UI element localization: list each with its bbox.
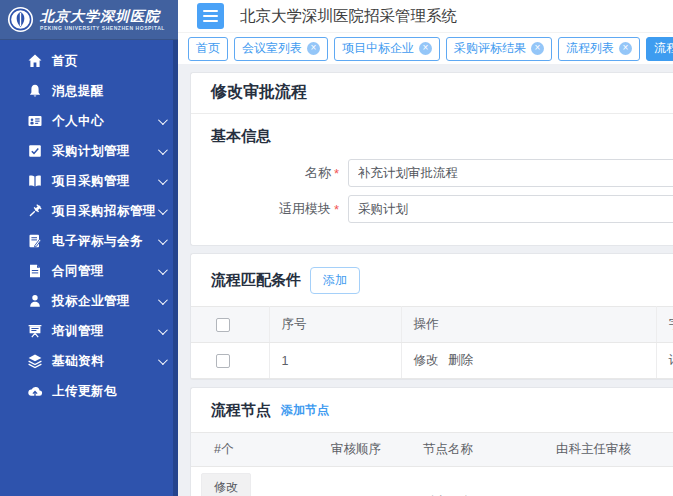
menu-toggle-button[interactable] bbox=[197, 3, 224, 29]
match-conditions-table: 序号 操作 字 1 修改 删除 计 bbox=[191, 306, 673, 379]
chevron-down-icon bbox=[158, 355, 168, 365]
required-asterisk: * bbox=[334, 202, 339, 217]
chevron-down-icon bbox=[158, 265, 168, 275]
sidebar-item-label: 合同管理 bbox=[52, 263, 158, 280]
add-node-link[interactable]: 添加节点 bbox=[281, 402, 329, 419]
sidebar-item-project-bidding-mgmt[interactable]: 项目采购招标管理 bbox=[0, 196, 178, 226]
contract-icon bbox=[27, 263, 43, 279]
tab-label: 会议室列表 bbox=[242, 40, 302, 57]
basic-info-form: 名称 * 适用模块 * bbox=[211, 159, 673, 223]
tab-process-list[interactable]: 流程列表 bbox=[558, 37, 640, 61]
edit-link[interactable]: 修改 bbox=[414, 353, 439, 367]
process-nodes-table: #个 审核顺序 节点名称 由科主任审核 修改删除 1 科主任意见 是 bbox=[191, 432, 673, 496]
sidebar-item-training-mgmt[interactable]: 培训管理 bbox=[0, 316, 178, 346]
cell-field: 计 bbox=[656, 343, 673, 379]
cell-dept-head-review: 是 bbox=[536, 467, 673, 496]
presentation-icon bbox=[27, 323, 43, 339]
add-condition-button[interactable]: 添加 bbox=[310, 267, 360, 294]
row-checkbox[interactable] bbox=[216, 354, 230, 368]
tab-label: 首页 bbox=[196, 40, 220, 57]
app-window: 北京大学深圳医院 PEKING UNIVERSITY SHENZHEN HOSP… bbox=[0, 0, 673, 496]
table-header-row: #个 审核顺序 节点名称 由科主任审核 bbox=[191, 433, 673, 467]
sidebar-item-contract-mgmt[interactable]: 合同管理 bbox=[0, 256, 178, 286]
table-row: 修改删除 1 科主任意见 是 bbox=[191, 467, 673, 496]
hospital-name-block: 北京大学深圳医院 PEKING UNIVERSITY SHENZHEN HOSP… bbox=[40, 9, 165, 31]
sidebar-item-label: 培训管理 bbox=[52, 323, 158, 340]
required-asterisk: * bbox=[334, 166, 339, 181]
sidebar-item-base-data[interactable]: 基础资料 bbox=[0, 346, 178, 376]
sidebar-item-purchase-plan-mgmt[interactable]: 采购计划管理 bbox=[0, 136, 178, 166]
tab-label: 采购评标结果 bbox=[454, 40, 526, 57]
hospital-name: 北京大学深圳医院 bbox=[40, 9, 165, 23]
section-title-process-nodes: 流程节点 bbox=[211, 401, 271, 420]
sidebar-item-project-purchase-mgmt[interactable]: 项目采购管理 bbox=[0, 166, 178, 196]
table-row: 1 修改 删除 计 bbox=[191, 343, 673, 379]
name-field[interactable] bbox=[348, 159, 673, 187]
sidebar-item-label: 基础资料 bbox=[52, 353, 158, 370]
sidebar-item-home[interactable]: 首页 bbox=[0, 46, 178, 76]
column-header-dept-head-review: 由科主任审核 bbox=[536, 433, 673, 467]
delete-link[interactable]: 删除 bbox=[448, 353, 473, 367]
main-content: 修改审批流程 基本信息 名称 * 适用模块 * bbox=[178, 64, 673, 496]
chevron-down-icon bbox=[158, 145, 168, 155]
cloud-upload-icon bbox=[27, 383, 43, 399]
sidebar-item-label: 项目采购招标管理 bbox=[52, 203, 158, 220]
sidebar-menu: 首页 消息提醒 个人中心 采购计划管理 bbox=[0, 40, 178, 406]
id-card-icon bbox=[27, 113, 43, 129]
chevron-down-icon bbox=[158, 235, 168, 245]
tab-label: 流程列表 bbox=[566, 40, 614, 57]
hospital-subtitle: PEKING UNIVERSITY SHENZHEN HOSPITAL bbox=[40, 26, 165, 31]
tab-meeting-room-list[interactable]: 会议室列表 bbox=[234, 37, 328, 61]
section-title-match-conditions: 流程匹配条件 bbox=[211, 271, 301, 290]
home-icon bbox=[27, 53, 43, 69]
tab-project-winning-companies[interactable]: 项目中标企业 bbox=[334, 37, 440, 61]
table-header-row: 序号 操作 字 bbox=[191, 307, 673, 343]
sidebar-item-label: 电子评标与会务 bbox=[52, 233, 158, 250]
hospital-logo-icon bbox=[7, 6, 34, 33]
sidebar-item-e-evaluation[interactable]: 电子评标与会务 bbox=[0, 226, 178, 256]
sidebar-item-label: 消息提醒 bbox=[52, 83, 165, 100]
column-header-field: 字 bbox=[656, 307, 673, 343]
chevron-down-icon bbox=[158, 115, 168, 125]
cell-actions: 修改 删除 bbox=[401, 343, 656, 379]
bell-icon bbox=[27, 83, 43, 99]
open-tabs-bar: 首页 会议室列表 项目中标企业 采购评标结果 流程列表 流程 bbox=[178, 33, 673, 64]
sidebar-item-upload-update-package[interactable]: 上传更新包 bbox=[0, 376, 178, 406]
card-process-nodes: 流程节点 添加节点 #个 审核顺序 节点名称 由科主任审核 修改删除 bbox=[190, 387, 673, 496]
close-icon[interactable] bbox=[419, 42, 432, 55]
close-icon[interactable] bbox=[307, 42, 320, 55]
sidebar-item-messages[interactable]: 消息提醒 bbox=[0, 76, 178, 106]
sidebar-item-label: 上传更新包 bbox=[52, 383, 165, 400]
hamburger-icon bbox=[203, 10, 218, 12]
close-icon[interactable] bbox=[531, 42, 544, 55]
tab-home[interactable]: 首页 bbox=[188, 37, 228, 61]
chevron-down-icon bbox=[158, 295, 168, 305]
cell-seq: 1 bbox=[269, 343, 401, 379]
form-row-module: 适用模块 * bbox=[211, 195, 673, 223]
close-icon[interactable] bbox=[619, 42, 632, 55]
sidebar-item-label: 首页 bbox=[52, 53, 165, 70]
app-title: 北京大学深圳医院招采管理系统 bbox=[240, 6, 457, 27]
chevron-down-icon bbox=[158, 325, 168, 335]
name-field-label: 名称 bbox=[211, 164, 331, 182]
select-all-checkbox[interactable] bbox=[216, 318, 230, 332]
column-header-actions: #个 bbox=[191, 433, 311, 467]
tab-purchase-evaluation-results[interactable]: 采购评标结果 bbox=[446, 37, 552, 61]
tab-process[interactable]: 流程 bbox=[646, 37, 673, 61]
form-row-name: 名称 * bbox=[211, 159, 673, 187]
layers-icon bbox=[27, 353, 43, 369]
card-edit-approval-process: 修改审批流程 基本信息 名称 * 适用模块 * bbox=[190, 72, 673, 246]
clipboard-check-icon bbox=[27, 143, 43, 159]
doc-edit-icon bbox=[27, 233, 43, 249]
book-icon bbox=[27, 173, 43, 189]
top-header: 北京大学深圳医院招采管理系统 bbox=[178, 0, 673, 33]
sidebar-item-personal-center[interactable]: 个人中心 bbox=[0, 106, 178, 136]
gavel-icon bbox=[27, 203, 43, 219]
page-title: 修改审批流程 bbox=[191, 73, 673, 114]
module-field-label: 适用模块 bbox=[211, 200, 331, 218]
column-header-seq: 序号 bbox=[269, 307, 401, 343]
sidebar-item-bidder-company-mgmt[interactable]: 投标企业管理 bbox=[0, 286, 178, 316]
edit-button[interactable]: 修改 bbox=[201, 473, 251, 496]
user-icon bbox=[27, 293, 43, 309]
applicable-module-field[interactable] bbox=[348, 195, 673, 223]
